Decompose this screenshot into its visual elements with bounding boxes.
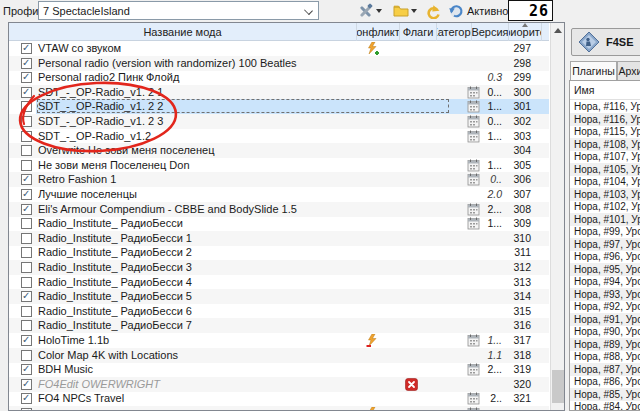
- plugin-list-item[interactable]: Нора, #91, Уро...: [570, 313, 640, 326]
- mod-row[interactable]: Personal radio2 Пинк Флойд0.3299: [9, 70, 549, 85]
- mod-enabled-checkbox[interactable]: [21, 189, 32, 200]
- mod-enabled-checkbox[interactable]: [21, 204, 32, 215]
- caret-icon: [376, 9, 382, 13]
- mod-row[interactable]: SDT_-_OP-Radio_v1. 2 21...301: [9, 99, 549, 114]
- mod-row[interactable]: Eli's Armour Compendium - CBBE and BodyS…: [9, 202, 549, 217]
- mod-enabled-checkbox[interactable]: [21, 233, 32, 244]
- mod-row[interactable]: [9, 406, 549, 411]
- plugin-list-item[interactable]: Нора, #88, Уро...: [570, 350, 640, 363]
- plugin-list-item[interactable]: Нора, #95, Уро...: [570, 263, 640, 276]
- mod-row[interactable]: Overwrite Не зови меня поселенец304: [9, 143, 549, 158]
- mod-enabled-checkbox[interactable]: [21, 247, 32, 258]
- mod-enabled-checkbox[interactable]: [21, 306, 32, 317]
- mod-priority: 305: [503, 159, 531, 172]
- mod-row[interactable]: Color Map 4K with Locations1.1318: [9, 348, 549, 363]
- mod-row[interactable]: HoloTime 1.1b1...317: [9, 333, 549, 348]
- mod-row[interactable]: Retro Fashion 10..306: [9, 172, 549, 187]
- plugin-list-item[interactable]: Нора, #93, Уро...: [570, 288, 640, 301]
- mod-enabled-checkbox[interactable]: [21, 277, 32, 288]
- mod-row[interactable]: Не зови меня Поселенец Don1...305: [9, 158, 549, 173]
- mod-row[interactable]: Лучшие поселенцы2.0307: [9, 187, 549, 202]
- profile-select[interactable]: 7 SpectacleIsland: [38, 1, 319, 20]
- mod-enabled-checkbox[interactable]: [21, 291, 32, 302]
- column-header-category[interactable]: Категори: [437, 23, 472, 41]
- mod-row[interactable]: Radio_Institute_ РадиоБесси 2311: [9, 245, 549, 260]
- tab-archives[interactable]: Архивы: [617, 61, 640, 80]
- mod-enabled-checkbox[interactable]: [21, 58, 32, 69]
- mod-row[interactable]: SDT_-_OP-Radio_v1.21...303: [9, 129, 549, 144]
- mod-row[interactable]: Radio_Institute_ РадиоБесси 5314: [9, 289, 549, 304]
- mod-enabled-checkbox[interactable]: [21, 131, 32, 142]
- mod-enabled-checkbox[interactable]: [21, 379, 32, 390]
- mod-priority: 317: [503, 334, 531, 347]
- plugin-list-item[interactable]: Нора, #97, Уро...: [570, 238, 640, 251]
- plugin-list-item[interactable]: Нора, #85, Уро...: [570, 388, 640, 401]
- column-header-version[interactable]: Версия: [472, 23, 509, 41]
- plugins-column-header-name[interactable]: Имя: [570, 81, 640, 100]
- plugin-list-item[interactable]: Нора, #103, Ур...: [570, 188, 640, 201]
- mod-row[interactable]: Radio_Institute_ РадиоБесси 3312: [9, 260, 549, 275]
- column-header-mod-name[interactable]: Название мода: [9, 23, 357, 41]
- column-header-priority[interactable]: риорите: [509, 23, 542, 41]
- tab-plugins[interactable]: Плагины: [570, 61, 617, 80]
- mod-enabled-checkbox[interactable]: [21, 174, 32, 185]
- mod-row[interactable]: SDT_-_OP-Radio_v1. 2 10...300: [9, 85, 549, 100]
- open-folder-button[interactable]: [390, 1, 420, 21]
- mod-enabled-checkbox[interactable]: [21, 335, 32, 346]
- mod-row[interactable]: Radio_Institute_ РадиоБесси 1310: [9, 231, 549, 246]
- mod-name: BDH Music: [38, 363, 353, 376]
- column-header-conflict[interactable]: онфликт: [357, 23, 400, 41]
- mod-enabled-checkbox[interactable]: [21, 262, 32, 273]
- plugin-list-item[interactable]: Нора, #115, Ур...: [570, 125, 640, 138]
- mod-enabled-checkbox[interactable]: [21, 145, 32, 156]
- plugin-list-item[interactable]: Нора, #90, Уро...: [570, 325, 640, 338]
- plugin-list-item[interactable]: Нора, #116, Ур...: [570, 100, 640, 113]
- plugin-list-item[interactable]: Нора, #108, Ур...: [570, 138, 640, 151]
- mod-enabled-checkbox[interactable]: [21, 393, 32, 404]
- plugin-list-item[interactable]: Нора, #105, Ур...: [570, 163, 640, 176]
- mod-list-scrollbar[interactable]: [550, 23, 564, 411]
- mod-enabled-checkbox[interactable]: [21, 87, 32, 98]
- mod-row[interactable]: Radio_Institute_ РадиоБесси 6315: [9, 304, 549, 319]
- mod-version: 1...: [458, 334, 502, 347]
- mod-row[interactable]: Radio_Institute_ РадиоБесси 4313: [9, 275, 549, 290]
- plugin-list-item[interactable]: Нора, #102, Ур...: [570, 200, 640, 213]
- mod-enabled-checkbox[interactable]: [21, 116, 32, 127]
- plugin-list-item[interactable]: Нора, #86, Уро...: [570, 375, 640, 388]
- mod-row[interactable]: BDH Music2...319: [9, 362, 549, 377]
- mod-row[interactable]: Radio_Institute_ РадиоБесси1...309: [9, 216, 549, 231]
- mod-row[interactable]: SDT_-_OP-Radio_v1. 2 30...302: [9, 114, 549, 129]
- tools-menu-button[interactable]: [352, 1, 386, 21]
- scroll-up-icon[interactable]: [551, 23, 565, 38]
- mod-row[interactable]: VTAW со звуком297: [9, 41, 549, 56]
- mod-enabled-checkbox[interactable]: [21, 160, 32, 171]
- undo-button[interactable]: [422, 1, 443, 21]
- plugin-list-item[interactable]: Нора, #92, Уро...: [570, 300, 640, 313]
- mod-enabled-checkbox[interactable]: [21, 72, 32, 83]
- plugin-list-item[interactable]: Нора, #96, Уро...: [570, 250, 640, 263]
- mod-row[interactable]: Radio_Institute_ РадиоБесси 7316: [9, 318, 549, 333]
- run-executable-button[interactable]: F4SE: [571, 28, 640, 56]
- plugin-list-item[interactable]: Нора, #104, Ур...: [570, 175, 640, 188]
- plugin-list-item[interactable]: Нора, #107, Ур...: [570, 150, 640, 163]
- mod-row[interactable]: FO4Edit OWERWRIGHT320: [9, 377, 549, 392]
- mod-enabled-checkbox[interactable]: [21, 320, 32, 331]
- mod-row[interactable]: Personal radio (version with randomizer)…: [9, 56, 549, 71]
- column-header-flags[interactable]: Флаги: [400, 23, 437, 41]
- plugin-list-item[interactable]: Нора, #94, Уро...: [570, 275, 640, 288]
- run-executable-label: F4SE: [606, 36, 634, 48]
- plugin-list-item[interactable]: Нора, #116, Ур...: [570, 113, 640, 126]
- plugin-list-item[interactable]: Нора, #101, Ур...: [570, 213, 640, 226]
- scrollbar-thumb[interactable]: [552, 370, 564, 403]
- mod-enabled-checkbox[interactable]: [21, 350, 32, 361]
- mod-enabled-checkbox[interactable]: [21, 101, 32, 112]
- plugin-list-item[interactable]: Нора, #84, Уро...: [570, 400, 640, 411]
- mod-enabled-checkbox[interactable]: [21, 218, 32, 229]
- plugin-list-item[interactable]: Нора, #89, Уро...: [570, 338, 640, 351]
- mod-row[interactable]: FO4 NPCs Travel2..321: [9, 391, 549, 406]
- refresh-button[interactable]: [445, 1, 466, 21]
- mod-enabled-checkbox[interactable]: [21, 43, 32, 54]
- plugin-list-item[interactable]: Нора, #87, Уро...: [570, 363, 640, 376]
- mod-enabled-checkbox[interactable]: [21, 364, 32, 375]
- plugin-list-item[interactable]: Нора, #99, Уро...: [570, 225, 640, 238]
